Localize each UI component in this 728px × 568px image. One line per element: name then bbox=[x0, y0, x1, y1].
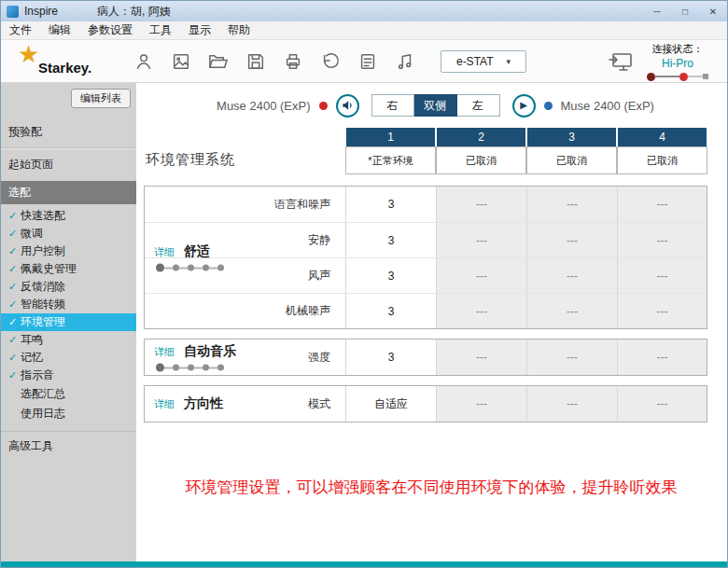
row-label: 机械噪声 bbox=[145, 294, 345, 328]
page-title: 环境管理系统 bbox=[146, 151, 235, 169]
memory-table-header: 环境管理系统 1 2 3 4 *正常环境 已取消 已取消 已取消 bbox=[144, 128, 707, 174]
sidebar-item-freqshift[interactable]: ✓ 智能转频 bbox=[1, 296, 136, 313]
sidebar-item-usagelog[interactable]: 使用日志 bbox=[1, 404, 136, 423]
directionality-detail-link[interactable]: 详细 bbox=[154, 397, 175, 411]
sidebar-item-label: 快速选配 bbox=[21, 209, 65, 223]
media-player-icon[interactable] bbox=[393, 49, 416, 73]
comfort-section-head: 详细 舒适 bbox=[154, 243, 224, 272]
screen-share-icon[interactable] bbox=[607, 48, 635, 75]
check-icon: ✓ bbox=[8, 244, 21, 258]
audiogram-icon[interactable] bbox=[169, 49, 192, 73]
app-body: 编辑列表 预验配 起始页面 选配 ✓ 快速选配 ✓ 微调 ✓ 用户控制 ✓ 佩戴… bbox=[1, 83, 727, 561]
table-row: 语言和噪声 3 --- --- --- bbox=[145, 187, 707, 222]
spacer bbox=[144, 128, 345, 146]
value-cell: --- bbox=[617, 386, 707, 422]
memory-1-header[interactable]: 1 bbox=[346, 128, 435, 146]
play-button[interactable]: ▶ bbox=[512, 94, 536, 118]
connection-value: Hi-Pro bbox=[662, 57, 693, 70]
toolbar: ★ Starkey. bbox=[1, 40, 727, 83]
menu-file[interactable]: 文件 bbox=[1, 21, 40, 39]
sidebar-item-label: 佩戴史管理 bbox=[21, 262, 77, 276]
value-cell: --- bbox=[526, 223, 617, 257]
value-cell: --- bbox=[436, 294, 526, 328]
directionality-section: 详细 方向性 模式 自适应 --- --- --- bbox=[144, 385, 707, 423]
app-icon bbox=[7, 6, 19, 18]
right-ear-dot-icon bbox=[319, 102, 328, 110]
table-row: 模式 自适应 --- --- --- bbox=[145, 386, 707, 422]
both-sides-button[interactable]: 双侧 bbox=[414, 94, 457, 117]
sidebar-item-advancedtools[interactable]: 高级工具 bbox=[1, 431, 136, 459]
sidebar-item-tinnitus[interactable]: ✓ 耳鸣 bbox=[1, 331, 136, 349]
sidebar-item-quickfit[interactable]: ✓ 快速选配 bbox=[1, 207, 136, 225]
check-icon: ✓ bbox=[8, 368, 21, 382]
starkey-logo: ★ Starkey. bbox=[10, 41, 122, 82]
value-cell[interactable]: 3 bbox=[345, 339, 436, 375]
notes-icon[interactable] bbox=[356, 49, 379, 73]
memory-3-state[interactable]: 已取消 bbox=[526, 146, 617, 174]
value-cell[interactable]: 3 bbox=[345, 294, 436, 328]
value-cell: --- bbox=[617, 339, 707, 375]
maximize-button[interactable]: □ bbox=[671, 1, 699, 21]
auto-music-section: 详细 自动音乐 强度 3 --- --- --- bbox=[144, 339, 707, 376]
left-side-button[interactable]: 左 bbox=[457, 94, 500, 117]
programmer-link-indicator bbox=[647, 73, 708, 81]
sidebar-item-datalog[interactable]: ✓ 佩戴史管理 bbox=[1, 260, 136, 278]
check-icon: ✓ bbox=[8, 227, 21, 241]
minimize-button[interactable]: ─ bbox=[643, 1, 671, 21]
auto-music-detail-link[interactable]: 详细 bbox=[154, 345, 175, 359]
sidebar-section-fitting[interactable]: 选配 bbox=[1, 181, 136, 204]
menu-edit[interactable]: 编辑 bbox=[40, 21, 79, 39]
patient-icon[interactable] bbox=[132, 49, 155, 73]
close-button[interactable]: ✕ bbox=[699, 1, 727, 21]
memory-4-header[interactable]: 4 bbox=[618, 128, 707, 146]
memory-1-state[interactable]: *正常环境 bbox=[345, 146, 436, 174]
menu-tools[interactable]: 工具 bbox=[141, 21, 180, 39]
sidebar-item-usercontrol[interactable]: ✓ 用户控制 bbox=[1, 242, 136, 260]
menu-help[interactable]: 帮助 bbox=[219, 21, 259, 39]
memory-3-header[interactable]: 3 bbox=[527, 128, 616, 146]
sidebar-item-environment[interactable]: ✓ 环境管理 bbox=[1, 313, 136, 331]
right-side-button[interactable]: 右 bbox=[371, 94, 414, 117]
undo-icon[interactable] bbox=[318, 49, 342, 73]
link-line bbox=[655, 76, 679, 77]
menu-view[interactable]: 显示 bbox=[180, 21, 219, 39]
side-selector: 右 双侧 左 bbox=[371, 94, 500, 117]
value-cell: --- bbox=[526, 339, 617, 375]
sidebar-item-label: 环境管理 bbox=[21, 315, 65, 329]
value-cell[interactable]: 3 bbox=[345, 223, 436, 257]
print-icon[interactable] bbox=[281, 49, 304, 73]
sidebar-item-label: 耳鸣 bbox=[21, 333, 43, 347]
value-cell[interactable]: 自适应 bbox=[345, 386, 436, 422]
window-controls: ─ □ ✕ bbox=[643, 1, 727, 21]
sidebar-item-prefitting[interactable]: 预验配 bbox=[1, 119, 136, 145]
edit-list-button[interactable]: 编辑列表 bbox=[71, 89, 131, 108]
menu-bar: 文件 编辑 参数设置 工具 显示 帮助 bbox=[1, 21, 727, 40]
mute-speaker-button[interactable] bbox=[336, 94, 359, 118]
comfort-detail-link[interactable]: 详细 bbox=[154, 245, 175, 259]
open-session-icon[interactable] bbox=[206, 49, 230, 73]
sidebar-item-label: 指示音 bbox=[21, 368, 54, 382]
sidebar-item-finetuning[interactable]: ✓ 微调 bbox=[1, 225, 136, 242]
save-icon[interactable] bbox=[244, 49, 267, 73]
sidebar-item-label: 反馈消除 bbox=[21, 280, 65, 294]
sidebar-item-fitsummary[interactable]: 选配汇总 bbox=[1, 384, 136, 404]
value-cell[interactable]: 3 bbox=[345, 187, 436, 222]
helper-note: 环境管理设置，可以增强顾客在不同使用环境下的体验，提升聆听效果 bbox=[144, 477, 719, 498]
menu-parameters[interactable]: 参数设置 bbox=[79, 21, 141, 39]
value-cell[interactable]: 3 bbox=[345, 258, 436, 293]
memory-2-header[interactable]: 2 bbox=[437, 128, 525, 146]
sidebar-item-indicators[interactable]: ✓ 指示音 bbox=[1, 367, 136, 384]
table-row: 风声 3 --- --- --- bbox=[145, 257, 707, 293]
table-row: 安静 3 --- --- --- bbox=[145, 222, 707, 257]
sidebar-item-memories[interactable]: ✓ 记忆 bbox=[1, 349, 136, 367]
value-cell: --- bbox=[526, 258, 617, 293]
value-cell: --- bbox=[526, 187, 617, 222]
sidebar-item-startpage[interactable]: 起始页面 bbox=[1, 152, 136, 177]
memory-4-state[interactable]: 已取消 bbox=[617, 146, 707, 174]
value-cell: --- bbox=[526, 386, 617, 422]
value-cell: --- bbox=[436, 258, 526, 293]
memory-2-state[interactable]: 已取消 bbox=[436, 146, 526, 174]
sidebar-item-label: 用户控制 bbox=[21, 244, 65, 258]
sidebar-item-feedback[interactable]: ✓ 反馈消除 bbox=[1, 278, 136, 296]
estat-dropdown[interactable]: e-STAT ▾ bbox=[441, 50, 526, 73]
